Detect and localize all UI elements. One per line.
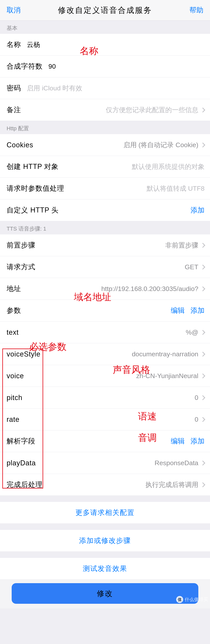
param-value: %@: [19, 328, 198, 336]
parse-value: ResponseData: [36, 459, 198, 467]
section-tts: TTS 语音步骤: 1: [0, 221, 210, 234]
row-password[interactable]: 密码 启用 iCloud 时有效: [0, 77, 210, 99]
value-pre-step: 非前置步骤: [36, 241, 198, 250]
parse-key: playData: [6, 459, 36, 467]
param-key: voice: [6, 372, 24, 380]
section-http: Http 配置: [0, 121, 210, 134]
chevron-icon: [200, 395, 205, 400]
param-value: zh-CN-YunjianNeural: [24, 372, 198, 380]
placeholder-note: 仅方便您记录此配置的一些信息: [21, 106, 198, 114]
label-params: 参数: [6, 306, 21, 315]
label-name: 名称: [6, 40, 21, 49]
help-button[interactable]: 帮助: [190, 6, 204, 15]
param-value: documentray-narration: [40, 350, 198, 358]
test-voice-button[interactable]: 测试发音效果: [0, 558, 210, 580]
label-method: 请求方式: [6, 262, 36, 272]
param-row-text[interactable]: text %@: [0, 322, 210, 343]
row-method[interactable]: 请求方式 GET: [0, 256, 210, 278]
chevron-icon: [200, 142, 205, 147]
row-parse-header: 解析字段 编辑 添加: [0, 430, 210, 452]
label-url: 地址: [6, 284, 21, 294]
value-url: http://192.168.0.200:3035/audio?: [21, 285, 198, 292]
row-params-header: 参数 编辑 添加: [0, 300, 210, 322]
page-title: 修改自定义语音合成服务: [58, 5, 152, 16]
param-value: 0: [22, 394, 198, 402]
add-parse-button[interactable]: 添加: [190, 436, 204, 446]
watermark-text: 什么值得买: [185, 596, 208, 602]
placeholder-password: 启用 iCloud 时有效: [21, 84, 204, 93]
param-key: voiceStyle: [6, 350, 40, 358]
label-cookies: Cookies: [6, 141, 33, 149]
add-step-button[interactable]: 添加或修改步骤: [0, 530, 210, 552]
row-url[interactable]: 地址 http://192.168.0.200:3035/audio?: [0, 278, 210, 300]
section-basic: 基本: [0, 20, 210, 34]
chevron-icon: [200, 352, 205, 356]
value-method: GET: [36, 263, 198, 271]
row-cookies[interactable]: Cookies 启用 (将自动记录 Cookie): [0, 134, 210, 156]
row-param-encoding[interactable]: 请求时参数值处理 默认将值转成 UTF8: [0, 178, 210, 200]
row-pre-step[interactable]: 前置步骤 非前置步骤: [0, 234, 210, 256]
watermark: 值 什么值得买: [165, 594, 208, 605]
chevron-icon: [200, 460, 205, 465]
cancel-button[interactable]: 取消: [6, 6, 20, 15]
chevron-icon: [200, 264, 205, 270]
chevron-icon: [200, 374, 205, 378]
value-name: 云杨: [21, 40, 204, 49]
row-post-process[interactable]: 完成后处理 执行完成后将调用: [0, 474, 210, 496]
chevron-icon: [200, 482, 205, 487]
param-row-pitch[interactable]: pitch 0: [0, 387, 210, 408]
chevron-icon: [200, 286, 205, 291]
label-custom-headers: 自定义 HTTP 头: [6, 206, 58, 215]
param-row-voice[interactable]: voice zh-CN-YunjianNeural: [0, 365, 210, 387]
label-create-http: 创建 HTTP 对象: [6, 162, 58, 172]
row-note[interactable]: 备注 仅方便您记录此配置的一些信息: [0, 99, 210, 121]
param-value: 0: [20, 416, 198, 423]
edit-params-button[interactable]: 编辑: [171, 306, 185, 315]
chevron-icon: [200, 330, 205, 335]
value-chars: 90: [42, 62, 204, 70]
param-row-rate[interactable]: rate 0: [0, 408, 210, 430]
row-custom-headers[interactable]: 自定义 HTTP 头 添加: [0, 200, 210, 221]
value-param-encoding: 默认将值转成 UTF8: [64, 184, 204, 193]
label-param-encoding: 请求时参数值处理: [6, 184, 64, 193]
navbar: 取消 修改自定义语音合成服务 帮助: [0, 0, 210, 20]
label-chars: 合成字符数: [6, 62, 42, 71]
row-name[interactable]: 名称 云杨: [0, 34, 210, 56]
label-password: 密码: [6, 84, 21, 93]
chevron-icon: [200, 108, 205, 112]
row-chars[interactable]: 合成字符数 90: [0, 56, 210, 77]
add-header-button[interactable]: 添加: [190, 206, 204, 215]
param-row-voicestyle[interactable]: voiceStyle documentray-narration: [0, 343, 210, 365]
more-config-button[interactable]: 更多请求相关配置: [0, 502, 210, 524]
parse-row-playdata[interactable]: playData ResponseData: [0, 452, 210, 474]
page-root: 名称 域名地址 必选参数 声音风格 语速 音调 取消 修改自定义语音合成服务 帮…: [0, 0, 210, 608]
value-cookies: 启用 (将自动记录 Cookie): [33, 140, 198, 150]
param-key: pitch: [6, 394, 22, 402]
label-parse: 解析字段: [6, 436, 36, 446]
chevron-icon: [200, 243, 205, 248]
param-key: text: [6, 328, 19, 336]
watermark-icon: 值: [176, 596, 183, 603]
param-key: rate: [6, 416, 20, 424]
label-pre-step: 前置步骤: [6, 240, 36, 250]
label-note: 备注: [6, 105, 21, 115]
add-param-button[interactable]: 添加: [190, 306, 204, 315]
chevron-icon: [200, 417, 205, 422]
edit-parse-button[interactable]: 编辑: [171, 436, 185, 446]
row-create-http[interactable]: 创建 HTTP 对象 默认使用系统提供的对象: [0, 156, 210, 178]
value-create-http: 默认使用系统提供的对象: [58, 162, 204, 171]
value-post: 执行完成后将调用: [42, 480, 198, 489]
label-post: 完成后处理: [6, 480, 42, 490]
